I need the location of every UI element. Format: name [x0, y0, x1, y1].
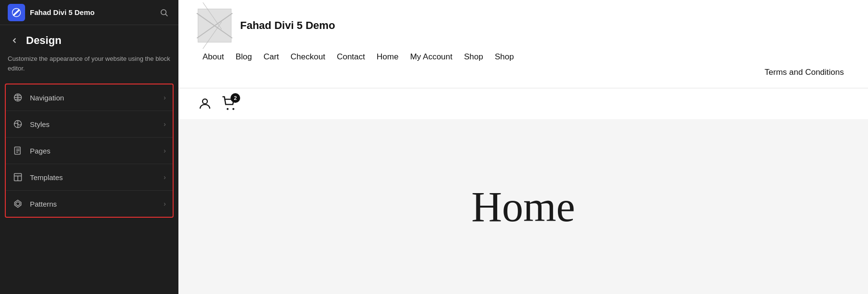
svg-point-16	[227, 108, 229, 110]
svg-line-1	[165, 14, 167, 16]
navigation-label: Navigation	[30, 94, 157, 102]
nav-cart[interactable]: Cart	[258, 50, 284, 64]
nav-contact[interactable]: Contact	[332, 50, 370, 64]
templates-label: Templates	[30, 173, 157, 182]
patterns-label: Patterns	[30, 200, 157, 208]
main-content: Fahad Divi 5 Demo About Blog Cart Checko…	[178, 0, 868, 294]
svg-marker-14	[16, 202, 20, 206]
pages-icon	[13, 145, 23, 156]
wp-logo-icon	[11, 7, 22, 18]
user-icon	[198, 97, 212, 111]
nav-shop-2[interactable]: Shop	[490, 50, 519, 64]
search-button[interactable]	[157, 6, 171, 19]
site-header-top: Fahad Divi 5 Demo	[198, 9, 849, 42]
back-icon	[10, 36, 19, 45]
home-section: Home	[178, 119, 868, 294]
design-header: Design	[0, 25, 178, 50]
nav-about[interactable]: About	[198, 50, 229, 64]
site-header: Fahad Divi 5 Demo About Blog Cart Checko…	[178, 0, 868, 88]
site-title: Fahad Divi 5 Demo	[240, 19, 335, 32]
templates-chevron: ›	[163, 173, 166, 181]
sidebar-item-navigation[interactable]: Navigation ›	[6, 84, 173, 111]
navigation-icon	[13, 92, 23, 103]
patterns-chevron: ›	[163, 200, 166, 208]
pages-label: Pages	[30, 147, 157, 155]
home-heading: Home	[471, 182, 575, 231]
nav-shop-1[interactable]: Shop	[459, 50, 488, 64]
cart-wrapper: 2	[222, 96, 237, 112]
nav-terms[interactable]: Terms and Conditions	[760, 66, 849, 79]
sidebar-menu: Navigation › Styles ›	[5, 84, 174, 218]
sidebar-site-name: Fahad Divi 5 Demo	[30, 8, 152, 16]
svg-point-15	[203, 99, 207, 104]
nav-row-2: Terms and Conditions	[198, 66, 849, 79]
templates-icon	[13, 172, 23, 182]
wp-logo	[8, 4, 25, 21]
header-icons: 2	[178, 88, 868, 119]
sidebar-item-styles[interactable]: Styles ›	[6, 111, 173, 138]
styles-chevron: ›	[163, 120, 166, 128]
nav-home[interactable]: Home	[372, 50, 403, 64]
svg-point-0	[161, 10, 166, 15]
sidebar-item-patterns[interactable]: Patterns ›	[6, 191, 173, 217]
sidebar-item-templates[interactable]: Templates ›	[6, 164, 173, 191]
pages-chevron: ›	[163, 147, 166, 154]
sidebar-topbar: Fahad Divi 5 Demo	[0, 0, 178, 25]
search-icon	[160, 8, 168, 17]
nav-my-account[interactable]: My Account	[405, 50, 457, 64]
site-navigation: About Blog Cart Checkout Contact Home My…	[198, 50, 849, 79]
cart-count: 2	[231, 93, 240, 103]
styles-label: Styles	[30, 120, 157, 128]
nav-checkout[interactable]: Checkout	[286, 50, 330, 64]
site-logo	[198, 9, 231, 42]
sidebar: Fahad Divi 5 Demo Design Customize the a…	[0, 0, 178, 294]
sidebar-item-pages[interactable]: Pages ›	[6, 138, 173, 164]
user-account-icon[interactable]	[198, 97, 212, 111]
preview-area: Fahad Divi 5 Demo About Blog Cart Checko…	[178, 0, 868, 294]
back-button[interactable]	[8, 34, 21, 47]
navigation-chevron: ›	[163, 94, 166, 101]
styles-icon	[13, 119, 23, 129]
patterns-icon	[13, 198, 23, 209]
svg-point-17	[232, 108, 234, 110]
design-section-title: Design	[26, 34, 61, 47]
design-description: Customize the appearance of your website…	[0, 50, 178, 81]
nav-blog[interactable]: Blog	[231, 50, 257, 64]
nav-row-1: About Blog Cart Checkout Contact Home My…	[198, 50, 849, 64]
